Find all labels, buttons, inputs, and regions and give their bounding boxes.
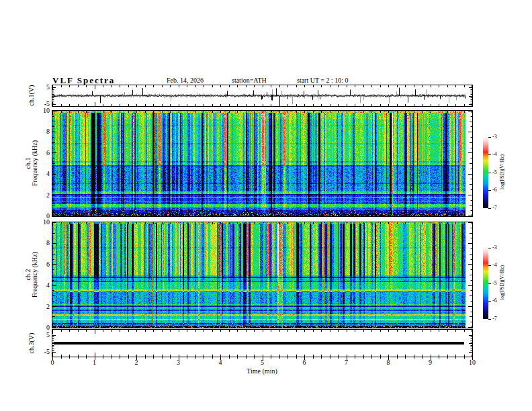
ch1v-tick-label: -5 [35, 101, 50, 107]
tick-mark [488, 301, 491, 302]
tick-mark [120, 357, 120, 359]
tick-mark [195, 357, 196, 359]
tick-mark [488, 137, 491, 138]
tick-mark [405, 357, 406, 359]
spec2-freq-tick-label: 4 [35, 282, 50, 289]
colorbar-tick-label: -6 [492, 298, 497, 304]
time-axis-label: Time (min) [228, 368, 296, 375]
ch1-spectrogram-canvas [52, 111, 472, 216]
tick-mark [304, 357, 305, 360]
tick-mark [204, 357, 204, 359]
colorbar-1-canvas [483, 136, 488, 208]
colorbar-tick-label: -7 [492, 205, 497, 211]
tick-mark [455, 357, 456, 359]
tick-mark [321, 357, 322, 359]
time-tick-label: 7 [340, 359, 353, 366]
ch3v-tick-label: -5 [35, 349, 50, 355]
tick-mark [380, 357, 381, 359]
colorbar-tick-label: -5 [492, 170, 497, 175]
ch2-frequency-axis-label-line2: Frequency (kHz) [32, 221, 38, 328]
tick-mark [103, 357, 103, 359]
tick-mark [488, 248, 491, 248]
tick-mark [69, 357, 70, 359]
spec2-freq-tick-label: 8 [35, 240, 50, 246]
spec1-freq-tick-label: 8 [35, 128, 50, 135]
tick-mark [78, 357, 79, 359]
tick-mark [61, 357, 62, 359]
tick-mark [363, 357, 364, 359]
tick-mark [212, 357, 213, 359]
tick-mark [371, 357, 372, 359]
ch1-frequency-axis-label: ch.1 Frequency (kHz) [25, 109, 38, 217]
colorbar-tick-label: -4 [492, 263, 497, 268]
tick-mark [313, 357, 314, 359]
spec1-freq-tick-label: 4 [35, 171, 50, 177]
time-tick-label: 6 [298, 359, 311, 366]
tick-mark [414, 357, 414, 359]
tick-mark [355, 357, 355, 359]
spec2-freq-tick-label: 2 [35, 304, 50, 310]
time-tick-label: 1 [88, 359, 101, 366]
tick-mark [263, 357, 263, 360]
colorbar-tick-label: -6 [492, 187, 497, 193]
ch2-frequency-axis-label: ch.2 Frequency (kHz) [25, 221, 38, 328]
time-tick-label: 9 [424, 359, 437, 366]
tick-mark [136, 357, 137, 360]
tick-mark [271, 357, 271, 359]
colorbar-tick-label: -3 [492, 134, 497, 140]
tick-mark [229, 357, 230, 359]
tick-mark [347, 357, 347, 360]
time-tick-label: 2 [130, 359, 143, 366]
vlf-spectra-figure: VLF Spectra Feb. 14, 2026 station=ATH st… [0, 0, 532, 411]
tick-mark [422, 357, 423, 359]
tick-mark [439, 357, 439, 359]
ch1-waveform-canvas [52, 85, 472, 106]
colorbar-2-canvas [483, 247, 488, 319]
start-ut-label: start UT = 2 : 10: 0 [297, 77, 349, 84]
tick-mark [220, 357, 221, 360]
tick-mark [488, 154, 491, 155]
tick-mark [296, 357, 297, 359]
time-tick-label: 10 [466, 359, 479, 366]
time-tick-label: 0 [46, 359, 59, 366]
ch3v-tick-label: 5 [35, 332, 50, 338]
ch2-spectrogram-canvas [52, 222, 472, 328]
spec2-freq-tick-label: 0 [35, 324, 50, 331]
tick-mark [95, 357, 95, 360]
date-label: Feb. 14, 2026 [167, 77, 204, 84]
colorbar-1-label: log(PSD)(V²/Hz) [500, 142, 505, 202]
tick-mark [145, 357, 146, 359]
tick-mark [338, 357, 339, 359]
spec2-freq-tick-label: 10 [35, 219, 50, 226]
tick-mark [488, 265, 491, 266]
ch1v-tick-label: 5 [35, 84, 50, 91]
tick-mark [128, 357, 129, 359]
tick-mark [388, 357, 389, 360]
tick-mark [86, 357, 87, 359]
spec1-freq-tick-label: 6 [35, 150, 50, 156]
colorbar-tick-label: -7 [492, 316, 497, 322]
colorbar-tick-label: -4 [492, 152, 497, 157]
ch1-frequency-axis-label-line2: Frequency (kHz) [32, 109, 38, 217]
tick-mark [397, 357, 398, 359]
tick-mark [237, 357, 238, 359]
tick-mark [187, 357, 187, 359]
tick-mark [279, 357, 280, 359]
ch3-voltage-axis-label: ch.3(V) [28, 323, 35, 363]
colorbar-tick-label: -5 [492, 281, 497, 286]
tick-mark [447, 357, 448, 359]
time-tick-label: 8 [382, 359, 395, 366]
tick-mark [431, 357, 431, 360]
station-label: station=ATH [232, 77, 267, 84]
tick-mark [170, 357, 171, 359]
tick-mark [488, 173, 491, 173]
spec1-freq-tick-label: 2 [35, 192, 50, 199]
tick-mark [153, 357, 154, 359]
colorbar-tick-label: -3 [492, 245, 497, 250]
tick-mark [488, 208, 491, 209]
tick-mark [472, 357, 473, 360]
tick-mark [464, 357, 465, 359]
tick-mark [488, 190, 491, 191]
tick-mark [488, 283, 491, 284]
tick-mark [162, 357, 163, 359]
